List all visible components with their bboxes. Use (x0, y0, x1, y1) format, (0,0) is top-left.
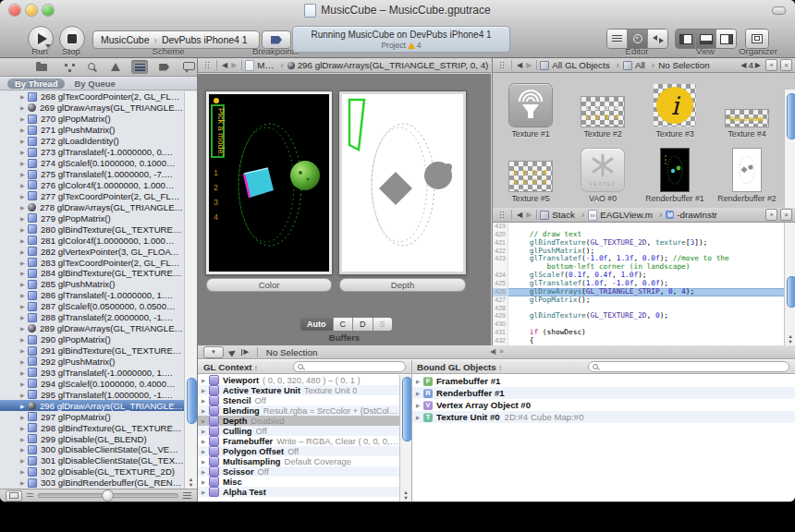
disclosure-icon[interactable]: ▶ (202, 439, 209, 444)
debug-navigator-button[interactable] (131, 60, 148, 74)
assistant-editor-button[interactable] (628, 30, 648, 48)
disclosure-icon[interactable]: ▶ (20, 436, 28, 442)
scrollbar-arrows-icon[interactable]: ▲▼ (185, 477, 197, 488)
gl-state-row[interactable]: ▶MultisamplingDefault Coverage (198, 456, 399, 466)
forward-button[interactable]: ▶ (526, 211, 532, 219)
issue-navigator-button[interactable] (107, 60, 124, 74)
back-button[interactable]: ◀ (517, 211, 522, 219)
gl-state-row[interactable]: ▶BlendingResult.rgba = SrcColor + (DstCo… (198, 405, 399, 416)
disclosure-icon[interactable]: ▶ (202, 469, 209, 475)
gl-call-row[interactable]: ▶293 glTranslatef(-1.0000000, 1.… (0, 367, 184, 378)
minimize-window-button[interactable] (26, 5, 37, 16)
bound-object-row[interactable]: ▶RRenderbuffer #1 (412, 387, 795, 399)
disclosure-icon[interactable]: ▶ (202, 490, 209, 495)
gl-call-row[interactable]: ▶271 glPushMatrix() (0, 125, 184, 136)
add-assistant-button[interactable]: + (765, 209, 777, 221)
disclosure-icon[interactable]: ▶ (20, 226, 28, 233)
disclosure-icon[interactable]: ▶ (202, 408, 209, 414)
objects-scrollbar[interactable]: ▲▼ (784, 90, 795, 208)
breadcrumb-selection[interactable]: No Selection (658, 60, 710, 70)
disclosure-icon[interactable]: ▶ (20, 414, 28, 420)
gl-object-item[interactable]: Texture #1 (495, 76, 567, 140)
slider-knob[interactable] (102, 490, 114, 502)
gl-state-row[interactable]: ▶Polygon OffsetOff (198, 446, 399, 456)
gl-call-row[interactable]: ▶281 glColor4f(1.0000000, 1.000… (0, 235, 184, 246)
disclosure-icon[interactable]: ▶ (20, 93, 28, 100)
standard-editor-button[interactable] (607, 30, 628, 48)
gl-state-row[interactable]: ▶StencilOff (198, 395, 399, 405)
activity-viewer[interactable]: Running MusicCube on DevPubs iPhone4 1 P… (292, 26, 510, 53)
gl-call-row[interactable]: ▶280 glBindTexture(GL_TEXTURE_… (0, 224, 184, 235)
gl-call-row[interactable]: ▶273 glTranslatef(-1.0000000, 0.… (0, 147, 184, 158)
depth-attachment-preview[interactable] (339, 91, 466, 274)
gl-context-search-field[interactable] (293, 361, 406, 372)
disclosure-icon[interactable]: ▶ (416, 391, 423, 396)
code-line[interactable]: 431 if (showDesc) (493, 329, 795, 337)
bound-objects-search-field[interactable] (588, 361, 789, 372)
gl-context-scrollbar[interactable]: ▲▼ (399, 375, 411, 502)
disclosure-icon[interactable]: ▶ (20, 204, 28, 211)
disclosure-icon[interactable]: ▶ (20, 358, 28, 365)
gl-call-row[interactable]: ▶276 glColor4f(1.0000000, 1.000… (0, 180, 184, 191)
step-draw-call-button[interactable]: ▶ (241, 348, 249, 356)
related-items-icon[interactable] (204, 61, 211, 69)
breadcrumb-file[interactable]: m EAGLView.m (588, 210, 666, 221)
navigator-scrollbar[interactable]: ▲▼ (184, 91, 197, 489)
disclosure-icon[interactable]: ▶ (20, 248, 28, 255)
gl-state-row[interactable]: ▶FramebufferWrite – RGBA, Clear ( 0, 0, … (198, 436, 399, 446)
bound-object-row[interactable]: ▶TTexture Unit #02D:#4 Cube Map:#0 (412, 411, 795, 423)
zoom-window-button[interactable] (43, 5, 54, 16)
gl-object-item[interactable]: Renderbuffer #1 (639, 140, 711, 205)
gl-call-row[interactable]: ▶303 glBindRenderbuffer(GL_REN… (0, 478, 184, 489)
disclosure-icon[interactable]: ▶ (20, 281, 28, 287)
hide-debug-area-button[interactable]: ▼ (203, 346, 224, 358)
gl-call-row[interactable]: ▶299 glDisable(GL_BLEND) (0, 433, 184, 444)
gl-call-row[interactable]: ▶272 glLoadIdentity() (0, 136, 184, 147)
related-items-icon[interactable] (499, 61, 506, 69)
disclosure-icon[interactable]: ▶ (202, 398, 209, 404)
gl-state-row[interactable]: ▶Active Texture UnitTexture Unit 0 (198, 385, 399, 395)
disclosure-icon[interactable]: ▶ (202, 378, 209, 383)
utilities-pane-toggle[interactable] (716, 30, 736, 48)
disclosure-icon[interactable]: ▶ (20, 369, 28, 376)
depth-buffer-pill[interactable]: Depth (339, 278, 466, 292)
log-navigator-button[interactable] (180, 60, 197, 74)
gl-object-item[interactable]: VERTEXVAO #0 (567, 140, 639, 205)
breakpoint-navigator-button[interactable] (156, 60, 173, 74)
code-line[interactable]: 432 { (493, 337, 795, 345)
scroller-thumb[interactable] (787, 93, 795, 139)
disclosure-icon[interactable]: ▶ (20, 160, 28, 166)
titlebar[interactable]: MusicCube – MusicCube.gputrace (0, 0, 795, 20)
navigate-to-call-icon[interactable]: ▶ (227, 346, 238, 357)
gl-call-row[interactable]: ▶284 glBindTexture(GL_TEXTURE_… (0, 268, 184, 279)
gl-state-row[interactable]: ▶Misc (198, 477, 399, 487)
disclosure-icon[interactable]: ▶ (20, 314, 28, 320)
disclosure-icon[interactable]: ▶ (20, 403, 28, 409)
related-items-icon[interactable] (499, 211, 506, 219)
disclosure-icon[interactable]: ▶ (20, 237, 28, 244)
frame-scrubber-slider[interactable] (38, 493, 178, 498)
scrollbar-arrows-icon[interactable]: ▲▼ (400, 490, 411, 501)
breadcrumb-method[interactable]: M -drawInstr (666, 210, 717, 220)
close-assistant-button[interactable]: × (780, 209, 792, 221)
toolbar-toggle-button[interactable] (772, 6, 786, 15)
disclosure-icon[interactable]: ▶ (202, 388, 209, 393)
source-editor[interactable]: 419420 // draw text421 glBindTexture(GL_… (493, 223, 795, 345)
gl-call-row[interactable]: ▶282 glVertexPointer(3, GL_FLOAT… (0, 246, 184, 257)
scrollbar-arrows-icon[interactable]: ▲▼ (785, 333, 795, 345)
gl-call-row[interactable]: ▶283 glTexCoordPointer(2, GL_FL… (0, 257, 184, 268)
breadcrumb-all-gl-objects[interactable]: All GL Objects (540, 60, 623, 70)
disclosure-icon[interactable]: ▶ (20, 270, 28, 276)
disclosure-icon[interactable]: ▶ (20, 149, 28, 155)
close-window-button[interactable] (9, 5, 20, 16)
gl-state-row[interactable]: ▶Alpha Test (198, 487, 399, 497)
debug-pane-toggle[interactable] (696, 30, 716, 48)
disclosure-icon[interactable]: ▶ (20, 468, 28, 475)
breadcrumb-draw-call[interactable]: 296 glDrawArrays(GL_TRIANGLE_STRIP, 0, 4… (287, 60, 489, 70)
gl-object-item[interactable]: Pick a modeTexture #4 (711, 76, 783, 140)
gl-context-title[interactable]: GL Context (203, 362, 258, 372)
gl-call-row[interactable]: ▶291 glBindTexture(GL_TEXTURE_… (0, 345, 184, 357)
gl-call-row[interactable]: ▶269 glDrawArrays(GL_TRIANGLE_… (0, 103, 184, 114)
disclosure-icon[interactable]: ▶ (20, 193, 28, 200)
disclosure-icon[interactable]: ▶ (20, 292, 28, 298)
